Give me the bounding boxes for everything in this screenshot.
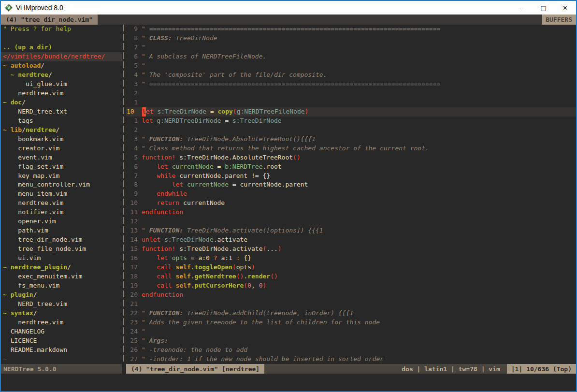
code-line[interactable]: 12: [126, 217, 576, 226]
tree-item[interactable]: ~ autoload/: [1, 61, 122, 71]
tree-item[interactable]: ui.vim: [1, 254, 122, 263]
window-split-separator[interactable]: [122, 25, 126, 364]
code-line[interactable]: 7": [126, 43, 576, 52]
code-line[interactable]: 7 while currentNode.parent != {}: [126, 172, 576, 181]
code-line[interactable]: 14unlet s:TreeDirNode.activate: [126, 235, 576, 245]
code-line[interactable]: 9 endwhile: [126, 189, 576, 199]
tree-item[interactable]: ~ plugin/: [1, 290, 122, 300]
tree-root-item[interactable]: </vimfiles/bundle/nerdtree/: [1, 52, 122, 61]
code-token: /: [56, 126, 60, 133]
code-line[interactable]: 26" -treenode: the node to add: [126, 346, 576, 355]
code-line[interactable]: 15function! s:TreeDirNode.activate(...): [126, 245, 576, 254]
code-line[interactable]: 2: [126, 126, 576, 135]
vim-window: V Vi IMproved 8.0 ─ □ ✕ (4) "tree_dir_no…: [0, 0, 577, 392]
tree-item[interactable]: nerdtree.vim: [1, 89, 122, 98]
code-token: [168, 162, 172, 172]
tree-item[interactable]: nerdtree.vim: [1, 318, 122, 327]
code-line-current[interactable]: 10let s:TreeDirNode = copy(g:NERDTreeFil…: [126, 107, 576, 116]
code-line[interactable]: 25" Args:: [126, 336, 576, 346]
code-line[interactable]: 8" CLASS: TreeDirNode: [126, 34, 576, 43]
code-token: Args:: [149, 336, 168, 346]
tree-item[interactable]: ~ nerdtree/: [1, 71, 122, 80]
code-token: 0: [259, 281, 263, 290]
line-number: 4: [126, 144, 142, 153]
line-number: 4: [126, 71, 142, 80]
line-number: 15: [126, 245, 142, 254]
code-token: .. (up a dir): [3, 44, 52, 51]
code-line[interactable]: 9" =====================================…: [126, 25, 576, 34]
tree-item[interactable]: menu_item.vim: [1, 189, 122, 199]
code-line[interactable]: 16 let opts = a:0 ? a:1 : {}: [126, 254, 576, 263]
code-line[interactable]: 19 call self.putCursorHere(0, 0): [126, 281, 576, 290]
code-token: .root: [262, 162, 281, 172]
tree-item[interactable]: NERD_tree.vim: [1, 300, 122, 309]
code-line[interactable]: 17 call self.toggleOpen(opts): [126, 263, 576, 272]
code-token: ": [142, 34, 149, 43]
code-line[interactable]: 3" FUNCTION: TreeDirNode.AbsoluteTreeRoo…: [126, 135, 576, 144]
tree-item[interactable]: path.vim: [1, 226, 122, 235]
code-line[interactable]: 5": [126, 61, 576, 71]
tree-item[interactable]: tree_file_node.vim: [1, 245, 122, 254]
code-line[interactable]: 22" FUNCTION: TreeDirNode.addChild(treen…: [126, 309, 576, 318]
code-token: " Adds the given treenode to the list of…: [142, 318, 380, 327]
tree-item[interactable]: ~ lib/nerdtree/: [1, 126, 122, 135]
tree-item[interactable]: event.vim: [1, 153, 122, 162]
minimize-button[interactable]: ─: [511, 1, 533, 15]
tree-item[interactable]: CHANGELOG: [1, 327, 122, 336]
code-line[interactable]: 1: [126, 98, 576, 107]
tree-item[interactable]: README.markdown: [1, 346, 122, 355]
code-line[interactable]: 20endfunction: [126, 290, 576, 300]
close-button[interactable]: ✕: [554, 1, 576, 15]
code-line[interactable]: 4" Class method that returns the highest…: [126, 144, 576, 153]
code-token: ~ doc: [3, 99, 22, 106]
tab-tree-dir-node[interactable]: (4) "tree_dir_node.vim": [1, 15, 98, 25]
code-line[interactable]: 23" Adds the given treenode to the list …: [126, 318, 576, 327]
tree-item[interactable]: ~: [1, 355, 122, 364]
tree-item[interactable]: ~ syntax/: [1, 309, 122, 318]
tree-item[interactable]: exec_menuitem.vim: [1, 272, 122, 281]
tree-item[interactable]: tree_dir_node.vim: [1, 235, 122, 245]
code-line[interactable]: 11endfunction: [126, 208, 576, 217]
tree-item[interactable]: ~ doc/: [1, 98, 122, 107]
tree-item[interactable]: [1, 34, 122, 43]
code-line[interactable]: 4" The 'composite' part of the file/dir …: [126, 71, 576, 80]
tree-item[interactable]: menu_controller.vim: [1, 180, 122, 189]
tree-item[interactable]: ui_glue.vim: [1, 80, 122, 89]
code-line[interactable]: 13" FUNCTION: TreeDirNode.activate([opti…: [126, 226, 576, 235]
code-line[interactable]: 3" =====================================…: [126, 80, 576, 89]
buffers-label[interactable]: BUFFERS: [542, 15, 576, 25]
code-line[interactable]: 6" A subclass of NERDTreeFileNode.: [126, 52, 576, 61]
code-line[interactable]: 5function! s:TreeDirNode.AbsoluteTreeRoo…: [126, 153, 576, 162]
tree-item[interactable]: key_map.vim: [1, 172, 122, 181]
tree-item[interactable]: " Press ? for help: [1, 25, 122, 34]
tree-item[interactable]: LICENCE: [1, 336, 122, 346]
tree-item[interactable]: notifier.vim: [1, 208, 122, 217]
code-token: endwhile: [157, 189, 187, 199]
tree-item[interactable]: opener.vim: [1, 217, 122, 226]
tree-item[interactable]: nerdtree.vim: [1, 199, 122, 208]
line-number: 13: [126, 226, 142, 235]
code-line[interactable]: 8 let currentNode = currentNode.parent: [126, 180, 576, 189]
code-line[interactable]: 27" -inOrder: 1 if the new node should b…: [126, 355, 576, 364]
tree-item[interactable]: .. (up a dir): [1, 43, 122, 52]
command-line[interactable]: [1, 374, 576, 391]
code-line[interactable]: 1let g:NERDTreeDirNode = s:TreeDirNode: [126, 116, 576, 126]
tree-item[interactable]: fs_menu.vim: [1, 281, 122, 290]
line-number: 5: [126, 153, 142, 162]
code-token: ~ nerdtree: [11, 71, 48, 78]
tree-item[interactable]: ~ nerdtree_plugin/: [1, 263, 122, 272]
code-token: " ======================================…: [142, 25, 440, 34]
maximize-button[interactable]: □: [533, 1, 554, 15]
tree-item[interactable]: bookmark.vim: [1, 135, 122, 144]
tree-item[interactable]: tags: [1, 116, 122, 126]
code-line[interactable]: 18 call self.getNerdtree().render(): [126, 272, 576, 281]
code-line[interactable]: 24": [126, 327, 576, 336]
code-line[interactable]: 6 let currentNode = b:NERDTree.root: [126, 162, 576, 172]
code-line[interactable]: 21: [126, 300, 576, 309]
code-line[interactable]: 10 return currentNode: [126, 199, 576, 208]
code-line[interactable]: 2: [126, 89, 576, 98]
tree-item[interactable]: flag_set.vim: [1, 162, 122, 172]
tree-item[interactable]: creator.vim: [1, 144, 122, 153]
line-number: 2: [126, 89, 142, 98]
tree-item[interactable]: NERD_tree.txt: [1, 107, 122, 116]
